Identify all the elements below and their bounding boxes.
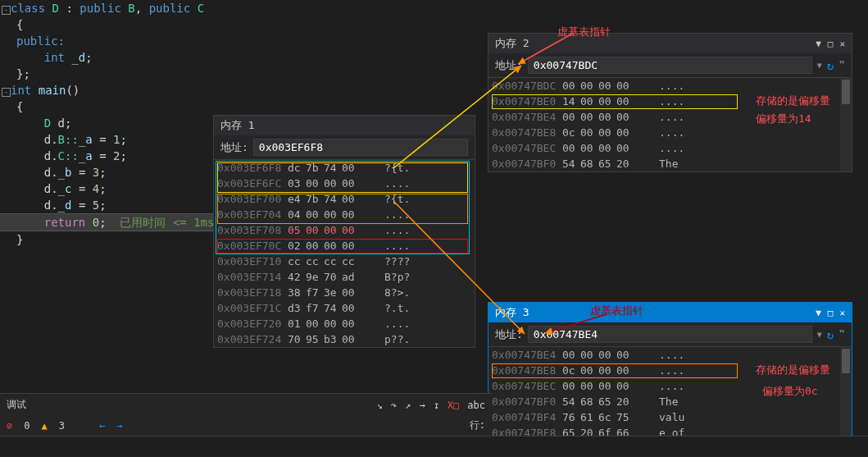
dropdown-icon[interactable]: ▼ bbox=[816, 308, 821, 318]
memory-row: 0x003EF7247095b300p??. bbox=[214, 331, 475, 347]
dropdown-icon[interactable]: ▼ bbox=[816, 39, 821, 49]
title-label: 内存 1 bbox=[220, 118, 255, 133]
memory-row: 0x00747BE014000000.... bbox=[489, 94, 852, 109]
annotation-vbptr2: 虚基表指针 bbox=[590, 304, 643, 318]
nav-forward-icon[interactable]: → bbox=[116, 420, 122, 432]
memory-panel-1: 内存 1 地址: 0x003EF6F8dc7b7400?{t.0x003EF6F… bbox=[213, 115, 475, 348]
mem-ascii: .... bbox=[659, 78, 684, 94]
mem-addr: 0x003EF700 bbox=[214, 191, 288, 207]
memory-row: 0x00747BEC00000000.... bbox=[489, 378, 852, 394]
kw: class bbox=[11, 2, 52, 15]
mem-bytes: dc7b7400 bbox=[288, 160, 384, 176]
mem-ascii: .... bbox=[659, 94, 684, 109]
mem-ascii: B?p? bbox=[384, 269, 410, 285]
mem-ascii: .... bbox=[659, 378, 684, 394]
dropdown-icon[interactable]: ▼ bbox=[817, 61, 822, 70]
address-label: 地址: bbox=[495, 327, 523, 342]
memory-row: 0x00747BE400000000.... bbox=[489, 109, 852, 125]
mem-bytes: 0c000000 bbox=[562, 125, 659, 140]
maximize-icon[interactable]: □ bbox=[828, 39, 834, 49]
mem-addr: 0x003EF708 bbox=[214, 222, 288, 238]
fold-minus-icon[interactable]: - bbox=[2, 6, 11, 15]
step-over-icon[interactable]: ↷ bbox=[391, 400, 397, 411]
mem-addr: 0x00747BE8 bbox=[489, 363, 562, 378]
memory-row: 0x003EF71838f73e008?>. bbox=[214, 285, 475, 300]
mem-ascii: .... bbox=[384, 238, 410, 254]
error-icon[interactable]: ⊘ bbox=[7, 420, 12, 432]
memory-row: 0x003EF72001000000.... bbox=[214, 316, 475, 331]
fold-minus-icon[interactable]: - bbox=[2, 88, 11, 97]
text-icon[interactable]: abc bbox=[467, 400, 485, 411]
mem-addr: 0x00747BE4 bbox=[489, 347, 562, 363]
memory-row: 0x00747BEC00000000.... bbox=[489, 140, 852, 156]
quotes-icon[interactable]: ‟ bbox=[838, 59, 845, 71]
mem-bytes: 00000000 bbox=[562, 347, 659, 363]
panel-title[interactable]: 内存 3 ▼ □ ✕ bbox=[489, 303, 852, 322]
memory-row: 0x00747BDC00000000.... bbox=[489, 78, 852, 94]
mem-ascii: ?.t. bbox=[384, 300, 410, 316]
mem-ascii: The bbox=[659, 156, 678, 171]
cursor-icon[interactable]: ↧ bbox=[434, 400, 439, 411]
mem-bytes: 0c000000 bbox=[562, 363, 659, 378]
mem-addr: 0x00747BF0 bbox=[489, 394, 562, 409]
close-icon[interactable]: ✕ bbox=[839, 308, 845, 318]
mem-addr: 0x003EF710 bbox=[214, 254, 288, 269]
refresh-icon[interactable]: ↻ bbox=[827, 328, 834, 341]
dropdown-icon[interactable]: ▼ bbox=[817, 330, 822, 339]
stop-icon[interactable]: X□ bbox=[448, 400, 459, 411]
memory-row: 0x00747BF054686520The bbox=[489, 156, 852, 171]
err-count: 0 bbox=[24, 420, 30, 432]
window-controls: ▼ □ ✕ bbox=[816, 308, 845, 318]
mem-ascii: .... bbox=[659, 109, 684, 125]
nav-back-icon[interactable]: ← bbox=[99, 420, 105, 432]
mem-ascii: .... bbox=[659, 347, 684, 363]
mem-addr: 0x003EF6F8 bbox=[214, 160, 288, 176]
panel-title[interactable]: 内存 1 bbox=[214, 116, 475, 135]
continue-icon[interactable]: → bbox=[419, 400, 425, 411]
warn-icon[interactable]: ▲ bbox=[41, 420, 47, 432]
mem-addr: 0x00747BDC bbox=[489, 78, 562, 94]
mem-bytes: 14000000 bbox=[562, 94, 659, 109]
line-label: 行: bbox=[470, 418, 485, 432]
quotes-icon[interactable]: ‟ bbox=[838, 328, 845, 340]
memory-row: 0x00747BE80c000000.... bbox=[489, 363, 852, 378]
mem-ascii: .... bbox=[659, 125, 684, 140]
maximize-icon[interactable]: □ bbox=[828, 308, 834, 318]
mem-addr: 0x00747BE4 bbox=[489, 109, 562, 125]
error-bar: ⊘0 ▲3 ← → 行: bbox=[0, 414, 492, 436]
scrollbar[interactable] bbox=[840, 347, 852, 441]
code-editor[interactable]: -class D : public B, public C { public: … bbox=[0, 0, 213, 248]
memory-rows: 0x003EF6F8dc7b7400?{t.0x003EF6FC03000000… bbox=[214, 160, 475, 347]
refresh-icon[interactable]: ↻ bbox=[827, 59, 834, 72]
mem-ascii: .... bbox=[384, 222, 410, 238]
mem-ascii: valu bbox=[659, 409, 684, 425]
mem-ascii: p??. bbox=[384, 331, 410, 347]
memory-rows: 0x00747BDC00000000....0x00747BE014000000… bbox=[489, 78, 852, 171]
panel-title[interactable]: 内存 2 ▼ □ ✕ bbox=[489, 34, 852, 53]
mem-bytes: 54686520 bbox=[562, 394, 659, 409]
mem-bytes: 00000000 bbox=[562, 140, 659, 156]
step-out-icon[interactable]: ↗ bbox=[405, 400, 411, 411]
memory-row: 0x003EF71Cd3f77400?.t. bbox=[214, 300, 475, 316]
mem-addr: 0x003EF724 bbox=[214, 331, 288, 347]
mem-bytes: 05000000 bbox=[288, 222, 384, 238]
address-input[interactable] bbox=[253, 139, 468, 156]
memory-row: 0x003EF710cccccccc???? bbox=[214, 254, 475, 269]
mem-addr: 0x003EF70C bbox=[214, 238, 288, 254]
mem-bytes: 00000000 bbox=[562, 378, 659, 394]
mem-ascii: The bbox=[659, 394, 678, 409]
mem-ascii: .... bbox=[384, 207, 410, 222]
step-into-icon[interactable]: ↘ bbox=[377, 400, 383, 411]
mem-ascii: 8?>. bbox=[384, 285, 410, 300]
memory-rows: 0x00747BE400000000....0x00747BE80c000000… bbox=[489, 347, 852, 441]
mem-addr: 0x00747BF0 bbox=[489, 156, 562, 171]
address-input[interactable] bbox=[528, 57, 812, 74]
close-icon[interactable]: ✕ bbox=[839, 39, 845, 49]
mem-ascii: ?{t. bbox=[384, 160, 410, 176]
mem-addr: 0x00747BF4 bbox=[489, 409, 562, 425]
address-input[interactable] bbox=[528, 326, 812, 343]
scrollbar[interactable] bbox=[840, 78, 852, 171]
memory-row: 0x003EF6FC03000000.... bbox=[214, 176, 475, 191]
memory-row: 0x003EF714429e70adB?p? bbox=[214, 269, 475, 285]
status-bar bbox=[0, 436, 868, 457]
